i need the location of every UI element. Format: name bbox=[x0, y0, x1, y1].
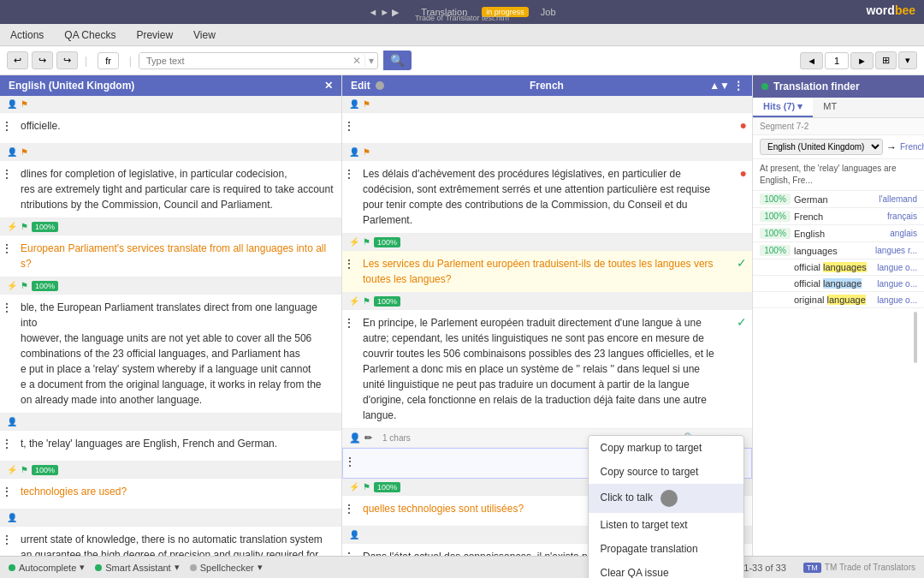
segment-actions-5: ⋮ bbox=[0, 431, 14, 461]
flag-icon-2: ⚑ bbox=[21, 147, 28, 157]
trans-flag-2: ⚑ bbox=[363, 147, 370, 157]
redo-button[interactable]: ↪ bbox=[32, 51, 53, 69]
flag-icon-6: ⚑ bbox=[21, 465, 28, 474]
search-dropdown-icon[interactable]: ▾ bbox=[364, 55, 377, 67]
hit-pct-7 bbox=[760, 299, 791, 301]
autocomplete-item[interactable]: Autocomplete ▾ bbox=[9, 562, 85, 573]
undo-button[interactable]: ↩ bbox=[7, 51, 28, 69]
person-icon-5: 👤 bbox=[7, 417, 17, 426]
tf-tab-mt[interactable]: MT bbox=[813, 98, 847, 117]
ctx-copy-markup[interactable]: Copy markup to target bbox=[589, 436, 743, 460]
segment-divider-1: 👤 ⚑ bbox=[0, 96, 341, 113]
trans-ellipsis-3[interactable]: ⋮ bbox=[344, 258, 354, 270]
nav-controls: ◄ 1 ► ⊞ ▾ bbox=[800, 51, 917, 69]
tm-info: TM TM Trade of Translators bbox=[803, 563, 915, 573]
trans-header-arrows[interactable]: ▲▼ bbox=[709, 80, 730, 92]
trans-ellipsis-2[interactable]: ⋮ bbox=[344, 168, 354, 180]
segment-actions-2: ⋮ bbox=[0, 161, 14, 217]
search-input[interactable] bbox=[139, 53, 349, 69]
ellipsis-icon-3[interactable]: ⋮ bbox=[2, 242, 12, 254]
tf-preview-text: At present, the 'relay' languages are En… bbox=[753, 159, 924, 191]
autocomplete-dropdown[interactable]: ▾ bbox=[80, 562, 85, 573]
trans-text-3: Les services du Parlement européen tradu… bbox=[356, 251, 732, 292]
hit-trans-6: langue o... bbox=[877, 279, 917, 289]
hit-lang-2: French bbox=[794, 212, 884, 222]
smart-assistant-label: Smart Assistant bbox=[105, 563, 170, 573]
hit-trans-5: langue o... bbox=[877, 263, 917, 272]
ctx-listen-target[interactable]: Listen to target text bbox=[589, 513, 743, 537]
ctx-clear-qa[interactable]: Clear QA issue bbox=[589, 561, 743, 578]
ellipsis-icon-2[interactable]: ⋮ bbox=[2, 168, 12, 180]
spellchecker-dot bbox=[190, 564, 197, 571]
tf-scrollbar[interactable] bbox=[914, 312, 917, 363]
spellchecker-dropdown[interactable]: ▾ bbox=[258, 562, 263, 573]
ctx-propagate[interactable]: Propagate translation bbox=[589, 537, 743, 561]
trans-divider-4: ⚡ ⚑ 100% bbox=[342, 293, 752, 310]
trans-ellipsis-5[interactable]: ⋮ bbox=[345, 456, 355, 468]
lightning-icon-6: ⚡ bbox=[7, 465, 17, 474]
top-bar: ◄ ► ▶ Translation in progress Job Trade … bbox=[0, 0, 924, 24]
menu-view[interactable]: View bbox=[190, 27, 219, 43]
ctx-click-to-talk[interactable]: Click to talk bbox=[589, 484, 743, 513]
nav-prev-button[interactable]: ◄ bbox=[800, 52, 823, 69]
tf-arrow-icon: → bbox=[886, 141, 897, 153]
spellchecker-item[interactable]: Spellchecker ▾ bbox=[190, 562, 263, 573]
hit-pct-4: 100% bbox=[760, 245, 791, 256]
table-row: ⋮ Les délais d'achèvement des procédures… bbox=[342, 161, 752, 234]
status-dot-red-1: ● bbox=[740, 118, 747, 132]
tab-job[interactable]: Job bbox=[530, 3, 566, 21]
status-dot-green-4: ✓ bbox=[737, 315, 747, 329]
match-badge-3: 100% bbox=[32, 222, 58, 232]
source-lang-label: English (United Kingdom) bbox=[9, 80, 134, 92]
tab-nav-arrows[interactable]: ◄ ► ▶ bbox=[358, 3, 409, 21]
flag-icon-1: ⚑ bbox=[21, 99, 28, 109]
flag-icon-4: ⚑ bbox=[21, 281, 28, 290]
ctx-copy-source[interactable]: Copy source to target bbox=[589, 460, 743, 484]
tf-tab-hits[interactable]: Hits (7) ▾ bbox=[753, 98, 813, 117]
tf-lang-source-select[interactable]: English (United Kingdom) bbox=[760, 139, 883, 155]
ellipsis-icon-1[interactable]: ⋮ bbox=[2, 120, 12, 132]
lang-select[interactable]: fr bbox=[98, 52, 119, 69]
redo2-button[interactable]: ↪ bbox=[56, 51, 78, 69]
tf-header: Translation finder bbox=[753, 75, 924, 98]
hit-trans-7: langue o... bbox=[877, 295, 917, 305]
ellipsis-icon-6[interactable]: ⋮ bbox=[2, 486, 12, 498]
trans-person-1: 👤 bbox=[349, 99, 359, 109]
nav-next-button[interactable]: ► bbox=[850, 52, 874, 69]
trans-header-label: French bbox=[530, 80, 564, 92]
menu-bar: Actions QA Checks Preview View bbox=[0, 24, 924, 46]
table-row: ⋮ technologies are used? bbox=[0, 479, 341, 509]
segment-divider-2: 👤 ⚑ bbox=[0, 144, 341, 161]
ellipsis-icon-5[interactable]: ⋮ bbox=[2, 438, 12, 450]
nav-settings-button[interactable]: ▾ bbox=[898, 51, 917, 69]
trans-ellipsis-1[interactable]: ⋮ bbox=[344, 120, 354, 132]
menu-preview[interactable]: Preview bbox=[133, 27, 176, 43]
nav-jump-button[interactable]: ⊞ bbox=[875, 51, 897, 69]
trans-lightning-3: ⚡ bbox=[349, 237, 359, 247]
tf-status-dot bbox=[761, 83, 768, 90]
trans-ellipsis-6[interactable]: ⋮ bbox=[344, 503, 354, 515]
tf-lang-row: English (United Kingdom) → French bbox=[753, 135, 924, 159]
menu-actions[interactable]: Actions bbox=[7, 27, 47, 43]
smart-assistant-item[interactable]: Smart Assistant ▾ bbox=[95, 562, 179, 573]
trans-ellipsis-4[interactable]: ⋮ bbox=[344, 317, 354, 329]
status-dot-red-2: ● bbox=[740, 166, 747, 180]
search-clear-icon[interactable]: ✕ bbox=[349, 55, 364, 67]
trans-header-menu[interactable]: ⋮ bbox=[733, 80, 743, 92]
table-row: ⋮ dlines for completion of legislative, … bbox=[0, 161, 341, 218]
ellipsis-icon-4[interactable]: ⋮ bbox=[2, 301, 12, 313]
lightning-icon-4: ⚡ bbox=[7, 281, 17, 290]
source-header-close[interactable]: ✕ bbox=[324, 80, 333, 92]
ellipsis-icon-7[interactable]: ⋮ bbox=[2, 533, 12, 545]
tf-tabs: Hits (7) ▾ MT bbox=[753, 98, 924, 118]
smart-assistant-dropdown[interactable]: ▾ bbox=[175, 562, 180, 573]
toolbar: ↩ ↪ ↪ | fr | ✕ ▾ 🔍 ◄ 1 ► ⊞ ▾ bbox=[0, 46, 924, 75]
source-text-5: t, the 'relay' languages are English, Fr… bbox=[14, 431, 341, 461]
segment-divider-5: 👤 bbox=[0, 414, 341, 431]
source-text-1: officielle. bbox=[14, 113, 341, 143]
source-text-4: ble, the European Parliament translates … bbox=[14, 295, 341, 413]
search-go-button[interactable]: 🔍 bbox=[383, 51, 412, 70]
edit-person-icon: 👤 bbox=[349, 432, 361, 444]
menu-qa-checks[interactable]: QA Checks bbox=[61, 27, 119, 43]
trans-badge-3: 100% bbox=[374, 237, 400, 247]
